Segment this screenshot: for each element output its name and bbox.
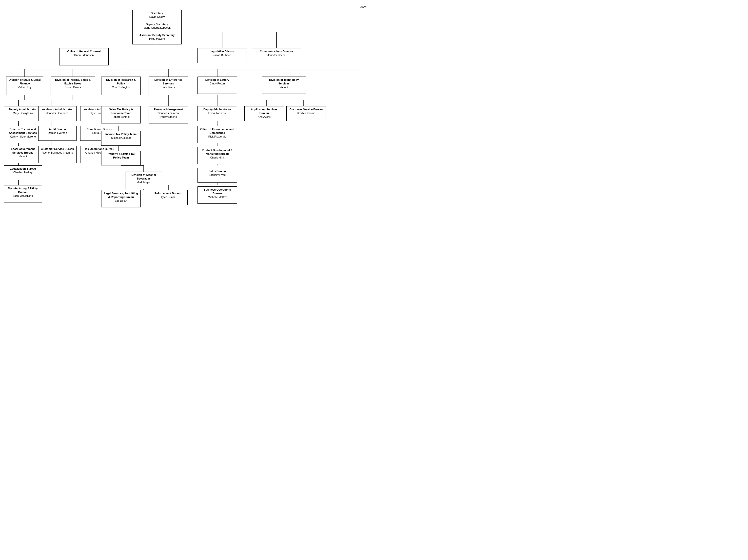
local-gov-box: Local Government Services Bureau Vacant [4,146,42,163]
general-counsel-box: Office of General Counsel Dana Erlandsen [59,48,109,65]
communications-director-box: Communications Director Jennifer Bacon [252,48,301,63]
customer-service-rachel-box: Customer Service Bureau Rachel Ballmoos … [38,146,76,163]
secretary-person: David Casey [135,15,180,19]
secretary-box: Secretary David Casey Deputy Secretary M… [132,10,182,44]
financial-mgmt-box: Financial Management Services Bureau Peg… [148,106,188,123]
div-enterprise-box: Division of Enterprise Services Julie Ra… [148,76,188,95]
legislative-advisor-box: Legislative Advisor Jacob Burbach [197,48,247,63]
customer-service-bradley-box: Customer Service Bureau Bradley Thome [286,106,326,121]
app-services-box: Application Services Bureau Ann Averill [244,106,284,121]
div-state-local-box: Division of State & Local Finance Valeah… [6,76,43,95]
div-alcohol-box: Division of Alcohol Beverages Mark Meyer [125,171,162,189]
asst-admin-jennifer-box: Assistant Administrator Jennifer Dambach [38,106,76,121]
legal-services-box: Legal Services, Permitting & Reporting B… [101,190,141,207]
deputy-person: Maria Guerra Lapacek [135,26,180,30]
equalization-box: Equalization Bureau Charles Paskey [4,165,42,180]
date-label: 03/25 [358,5,367,9]
business-ops-box: Business Operations Bureau Michelle Matt… [197,186,237,204]
div-lottery-box: Division of Lottery Cindy Polzin [197,76,237,94]
income-tax-box: Income Tax Policy Team Michael Oakleaf [101,131,141,146]
deputy-admin-kevin-box: Deputy Administrator Kevin Kaminski [197,106,237,121]
div-research-box: Division of Research & Policy Cari Redin… [101,76,141,95]
deputy-title: Deputy Secretary [135,22,180,26]
asst-deputy-title: Assistant Deputy Secretary [135,33,180,37]
div-income-box: Division of Income, Sales & Excise Taxes… [51,76,95,95]
office-technical-box: Office of Technical & Assessment Service… [4,126,42,143]
sales-bureau-box: Sales Bureau Zachary Hyde [197,168,237,183]
asst-deputy-person: Patty Mayers [135,37,180,41]
enforcement-bureau-box: Enforcement Bureau Tyler Quam [148,190,188,205]
property-excise-box: Property & Excise Tax Policy Team [101,150,141,165]
office-enforcement-box: Office of Enforcement and Compliance Ric… [197,126,237,143]
manufacturing-box: Manufacturing & Utility Bureau Zach McCl… [4,185,42,203]
div-tech-box: Division of Technology Services Vacant [262,76,306,94]
deputy-admin-mary-box: Deputy Administrator Mary Gawryleski [4,106,42,121]
org-chart-page: 03/25 [0,0,374,10]
secretary-title: Secretary [135,11,180,15]
audit-box: Audit Bureau Denise Everson [38,126,76,141]
sales-tax-policy-box: Sales Tax Policy & Economic Team Robert … [101,106,141,123]
product-dev-box: Product Development & Marketing Bureau C… [197,147,237,164]
connector-lines [0,0,374,10]
